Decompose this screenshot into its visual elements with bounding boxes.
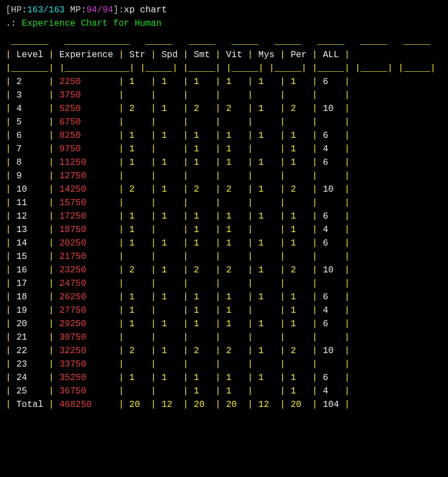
cell-smt: [194, 196, 215, 210]
table-divider: |: [312, 371, 323, 385]
cell-mys: 12: [258, 398, 279, 411]
table-divider: |: [6, 331, 16, 344]
cell-smt: [194, 358, 215, 371]
table-divider: |: [248, 371, 258, 385]
mp-max: 94: [102, 5, 113, 15]
table-divider: |: [151, 48, 161, 62]
cell-level: 3: [16, 89, 49, 102]
table-divider: |: [312, 317, 323, 331]
cell-spd: [161, 223, 183, 237]
table-divider: |: [119, 169, 129, 183]
cell-spd: 1: [161, 290, 183, 304]
table-divider: |: [49, 223, 59, 237]
table-divider: |: [215, 317, 226, 331]
table-divider: |: [49, 196, 59, 210]
table-divider: |: [344, 48, 350, 62]
table-divider: |: [49, 290, 59, 304]
table-divider: |: [215, 290, 226, 304]
command-text[interactable]: xp chart: [124, 5, 167, 15]
table-divider: |: [119, 142, 129, 156]
cell-spd: 1: [161, 156, 183, 169]
cell-level: 5: [16, 115, 49, 129]
cell-experience: 26250: [59, 290, 119, 304]
table-divider: |: [151, 115, 161, 129]
cell-str: 1: [129, 317, 151, 331]
table-divider: |: [49, 183, 59, 196]
cell-experience: 15750: [59, 196, 119, 210]
table-divider: |: [183, 223, 194, 237]
table-divider: |: [312, 263, 323, 277]
cell-mys: 1: [258, 290, 279, 304]
cell-spd: 1: [161, 183, 183, 196]
col-header-per: Per: [291, 48, 312, 62]
cell-spd: 12: [161, 398, 183, 411]
table-divider: |: [280, 156, 291, 169]
col-header-level: Level: [16, 48, 49, 62]
cell-mys: [258, 89, 279, 102]
table-divider: |: [248, 290, 258, 304]
cell-experience: 20250: [59, 237, 119, 250]
table-divider: |: [6, 142, 16, 156]
table-divider: |: [6, 210, 16, 223]
table-divider: |: [6, 290, 16, 304]
cell-mys: [258, 358, 279, 371]
cell-per: [291, 89, 312, 102]
table-divider: |: [280, 89, 291, 102]
table-divider: |: [344, 358, 350, 371]
table-divider: |: [215, 196, 226, 210]
table-divider: |: [151, 277, 161, 290]
cell-vit: 1: [226, 290, 248, 304]
cell-level: Total: [16, 398, 49, 411]
cell-experience: 468250: [59, 398, 119, 411]
cell-per: 1: [291, 290, 312, 304]
cell-mys: 1: [258, 237, 279, 250]
table-divider: |: [280, 223, 291, 237]
table-divider: |: [151, 250, 161, 263]
table-divider: |: [312, 237, 323, 250]
table-divider: |: [248, 250, 258, 263]
cell-smt: 2: [194, 183, 215, 196]
cell-all: [323, 196, 344, 210]
cell-per: 1: [291, 237, 312, 250]
cell-level: 11: [16, 196, 49, 210]
cell-level: 2: [16, 75, 49, 89]
cell-vit: [226, 115, 248, 129]
table-divider: |: [183, 385, 194, 398]
table-divider: |: [344, 75, 350, 89]
table-divider: |: [280, 371, 291, 385]
cell-per: 1: [291, 129, 312, 142]
table-divider: |: [119, 156, 129, 169]
cell-vit: [226, 196, 248, 210]
table-divider: |: [312, 156, 323, 169]
cell-per: [291, 250, 312, 263]
cell-mys: 1: [258, 102, 279, 115]
table-divider: |: [312, 385, 323, 398]
cell-mys: 1: [258, 210, 279, 223]
cell-mys: [258, 169, 279, 183]
cell-smt: [194, 277, 215, 290]
cell-vit: 20: [226, 398, 248, 411]
cell-per: 2: [291, 183, 312, 196]
cell-str: [129, 331, 151, 344]
table-divider: |: [312, 89, 323, 102]
table-divider: |: [49, 129, 59, 142]
cell-mys: 1: [258, 371, 279, 385]
cell-all: 4: [323, 223, 344, 237]
col-header-spd: Spd: [161, 48, 183, 62]
cell-per: 1: [291, 317, 312, 331]
cell-str: 1: [129, 237, 151, 250]
cell-per: [291, 331, 312, 344]
table-divider: |: [344, 263, 350, 277]
table-divider: |: [215, 385, 226, 398]
cell-per: 2: [291, 344, 312, 358]
table-divider: |: [248, 358, 258, 371]
cell-smt: [194, 89, 215, 102]
cell-spd: 1: [161, 210, 183, 223]
title-text: Experience Chart for Human: [22, 18, 162, 29]
table-divider: |: [6, 263, 16, 277]
cell-all: [323, 331, 344, 344]
cell-mys: [258, 331, 279, 344]
table-divider: |: [183, 398, 194, 411]
cell-per: 1: [291, 223, 312, 237]
table-divider: |: [248, 317, 258, 331]
